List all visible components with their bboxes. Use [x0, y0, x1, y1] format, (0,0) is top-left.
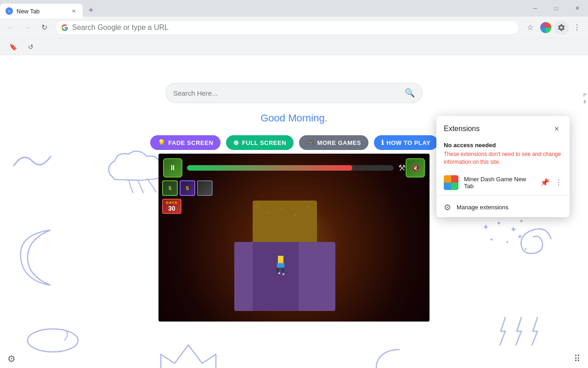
hp-fill: [187, 165, 352, 171]
history-button[interactable]: ↺: [24, 41, 37, 52]
more-games-button[interactable]: 🎮 MORE GAMES: [299, 135, 368, 150]
extensions-panel-title: Extensions: [444, 125, 480, 133]
new-tab-button[interactable]: +: [85, 4, 97, 17]
bottom-bar: ⚙ ⠿: [0, 350, 588, 368]
history-icon: ↺: [28, 43, 34, 51]
title-bar: G New Tab ✕ + ─ □ ✕: [0, 0, 588, 17]
back-button[interactable]: ←: [4, 20, 18, 35]
svg-point-24: [283, 273, 284, 275]
game-pause-button[interactable]: ⏸: [163, 158, 182, 178]
extensions-icon-button[interactable]: [538, 20, 553, 35]
google-icon: [61, 24, 68, 31]
svg-rect-18: [308, 206, 310, 208]
inventory-slot-1[interactable]: 5: [162, 180, 178, 196]
svg-rect-22: [282, 268, 284, 272]
tab-strip: G New Tab ✕ +: [0, 0, 525, 17]
svg-rect-13: [299, 242, 335, 311]
manage-extensions-item[interactable]: ⚙ Manage extensions: [436, 198, 570, 217]
game-inventory: 5 5: [162, 180, 213, 196]
svg-rect-16: [280, 207, 282, 209]
svg-rect-21: [276, 268, 279, 272]
svg-rect-19: [278, 256, 283, 263]
search-container: 🔍: [165, 83, 423, 103]
extension-menu-button[interactable]: ⋮: [555, 178, 562, 187]
search-input[interactable]: [173, 89, 401, 97]
chrome-menu-button[interactable]: ⋮: [570, 20, 584, 35]
content-area: ✦ ✦ ✦ ✦ ✦ ✦ ✦ ✦: [0, 55, 588, 368]
full-screen-button[interactable]: ⊕ FULL SCREEN: [226, 135, 294, 150]
svg-rect-14: [257, 205, 259, 207]
maximize-button[interactable]: □: [546, 0, 567, 17]
fade-screen-button[interactable]: 💡 FADE SCREEN: [150, 135, 220, 150]
svg-rect-15: [266, 212, 268, 214]
browser-frame: G New Tab ✕ + ─ □ ✕ ← → ↻ ☆: [0, 0, 588, 368]
reading-list-button[interactable]: 🔖: [6, 41, 21, 52]
address-bar[interactable]: [55, 20, 519, 35]
tab-close-btn[interactable]: ✕: [70, 7, 77, 15]
mute-icon: 🔇: [412, 164, 419, 172]
inventory-slot-3[interactable]: [197, 180, 213, 196]
tab-favicon: G: [6, 7, 13, 15]
extension-icon-image: [444, 175, 458, 190]
inventory-slot-2[interactable]: 5: [180, 180, 195, 196]
extensions-icon: [540, 22, 551, 33]
dirt-cross: [234, 201, 335, 311]
search-icon: 🔍: [405, 88, 415, 98]
gear-icon-button[interactable]: [554, 20, 569, 35]
search-bar[interactable]: 🔍: [165, 83, 423, 103]
game-hp-bar: [187, 165, 394, 171]
days-badge: DAYS 30: [162, 199, 181, 214]
address-input[interactable]: [72, 23, 513, 32]
bookmarks-bar: 🔖 ↺: [0, 39, 588, 55]
no-access-desc: These extensions don't need to see and c…: [436, 150, 570, 172]
bookmark-icon: 🔖: [9, 43, 17, 51]
game-controls: 💡 FADE SCREEN ⊕ FULL SCREEN 🎮 MORE GAMES…: [150, 135, 438, 150]
scroll-indicator: 7° 2: [582, 92, 588, 105]
hp-track: [187, 165, 394, 171]
svg-rect-10: [253, 201, 317, 247]
extensions-panel-close-button[interactable]: ✕: [551, 123, 562, 134]
toolbar: ← → ↻ ☆ ⋮: [0, 17, 588, 39]
fade-icon: 💡: [158, 139, 166, 146]
how-to-play-button[interactable]: ℹ HOW TO PLAY: [374, 135, 438, 150]
extensions-panel-header: Extensions ✕: [436, 116, 570, 138]
forward-button[interactable]: →: [20, 20, 35, 35]
info-icon: ℹ: [381, 139, 384, 146]
apps-icon-button[interactable]: ⠿: [574, 353, 581, 364]
svg-rect-20: [277, 263, 284, 268]
game-mute-button[interactable]: 🔇: [406, 158, 425, 178]
pickaxe-icon: ⚒: [398, 163, 406, 173]
reload-button[interactable]: ↻: [37, 20, 51, 35]
game-top-bar: ⏸ ⚒ 🔇: [158, 158, 430, 178]
manage-extensions-gear-icon: ⚙: [444, 202, 451, 213]
svg-rect-17: [294, 214, 296, 216]
divider: [436, 196, 570, 196]
game-canvas[interactable]: ⏸ ⚒ 🔇: [158, 154, 430, 322]
greeting-text: Good Morning.: [260, 112, 328, 124]
minimize-button[interactable]: ─: [525, 0, 546, 17]
gear-icon: [557, 23, 565, 32]
tab-title: New Tab: [17, 8, 66, 15]
extension-item[interactable]: Miner Dash Game New Tab 📌 ⋮: [436, 172, 570, 194]
bookmark-star-button[interactable]: ☆: [523, 20, 537, 35]
pause-icon: ⏸: [169, 164, 176, 172]
games-icon: 🎮: [306, 139, 315, 146]
pin-extension-button[interactable]: 📌: [540, 178, 549, 187]
window-controls: ─ □ ✕: [525, 0, 588, 17]
extension-item-name: Miner Dash Game New Tab: [464, 176, 535, 190]
fullscreen-icon: ⊕: [233, 139, 239, 146]
no-access-title: No access needed: [436, 138, 570, 150]
toolbar-icons: ☆ ⋮: [523, 20, 584, 35]
settings-icon-button[interactable]: ⚙: [7, 353, 16, 364]
active-tab[interactable]: G New Tab ✕: [0, 4, 83, 18]
extension-item-icon: [444, 175, 458, 190]
svg-point-23: [278, 272, 280, 274]
extensions-panel: Extensions ✕ No access needed These exte…: [436, 116, 570, 217]
manage-extensions-label: Manage extensions: [457, 204, 509, 211]
game-scene: [158, 154, 430, 322]
close-button[interactable]: ✕: [567, 0, 588, 17]
